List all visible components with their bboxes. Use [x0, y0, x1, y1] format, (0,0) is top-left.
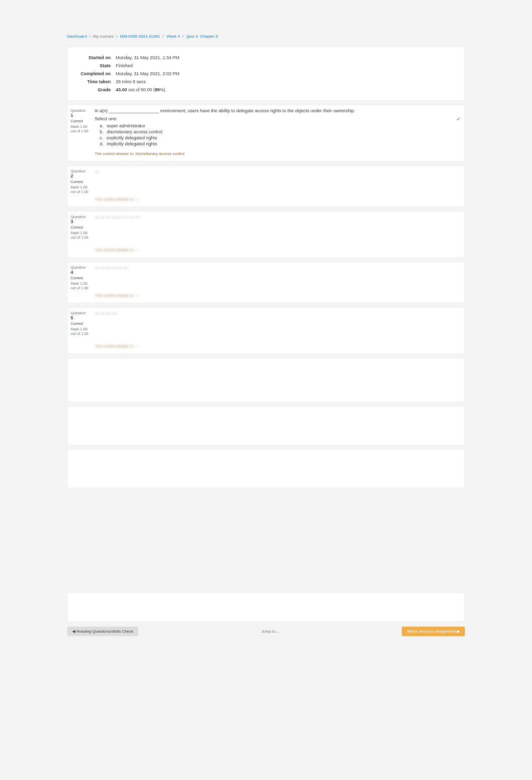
- summary-timetaken-label: Time taken: [79, 78, 113, 85]
- question-number: Question 4: [71, 265, 89, 275]
- breadcrumb: Dashboard / My courses / ISM-6305-2021-S…: [67, 30, 465, 47]
- question-text: In a(n) ____________________ environment…: [95, 108, 459, 113]
- breadcrumb-sep: /: [89, 34, 90, 39]
- question-3: Question 3 Correct Mark 1.00 out of 1.00…: [67, 211, 465, 258]
- question-status: Correct: [71, 225, 89, 230]
- next-activity-button[interactable]: Attack Analysis Assignment ▶: [402, 627, 465, 636]
- summary-timetaken-value: 28 mins 8 secs: [114, 78, 453, 85]
- question-1: Question 1 Correct Mark 1.00 out of 1.00…: [67, 105, 465, 161]
- question-5: Question 5 Correct Mark 1.00 out of 1.00…: [67, 307, 465, 354]
- question-mark: Mark 1.00 out of 1.00: [71, 185, 89, 194]
- summary-started-label: Started on: [79, 54, 113, 61]
- summary-grade-label: Grade: [79, 86, 113, 93]
- correct-answer: The correct answer is: —: [95, 248, 459, 252]
- question-text: — — — —: [95, 311, 459, 316]
- question-mark: Mark 1.00 out of 1.00: [71, 281, 89, 290]
- breadcrumb-sep: /: [182, 34, 183, 39]
- question-mark: Mark 1.00 out of 1.00: [71, 231, 89, 240]
- breadcrumb-week[interactable]: Week 4: [166, 34, 180, 39]
- breadcrumb-quiz[interactable]: Quiz 4: Chapter 8: [186, 34, 218, 39]
- summary-started-value: Monday, 31 May 2021, 1:34 PM: [114, 54, 453, 61]
- summary-completed-value: Monday, 31 May 2021, 2:02 PM: [114, 70, 453, 77]
- question-4: Question 4 Correct Mark 1.00 out of 1.00…: [67, 262, 465, 303]
- question-text: — — — — — —: [95, 265, 459, 270]
- option-c[interactable]: c.explicitly delegated rights: [100, 135, 459, 140]
- quiz-nav: ◀ Reading Questions/Skills Check Jump to…: [67, 627, 465, 636]
- breadcrumb-sep: /: [163, 34, 164, 39]
- question-number: Question 3: [71, 215, 89, 224]
- question-7: [67, 406, 465, 445]
- option-b[interactable]: b.discretionary access control: [100, 129, 459, 134]
- breadcrumb-mycourses: My courses: [93, 34, 114, 39]
- question-mark: Mark 1.00 out of 1.00: [71, 327, 89, 336]
- question-last: [67, 593, 465, 622]
- question-status: Correct: [71, 276, 89, 280]
- question-text: — — — — — — — —: [95, 215, 459, 220]
- summary-grade-value: 43.00 out of 50.00 (86%): [114, 86, 453, 93]
- question-number: Question 2: [71, 169, 89, 178]
- option-d[interactable]: d.implicitly delegated rights: [100, 141, 459, 146]
- question-number: Question 1: [71, 108, 89, 118]
- question-number: Question 5: [71, 311, 89, 320]
- question-text: —: [95, 169, 459, 174]
- correct-answer: The correct answer is: —: [95, 197, 459, 202]
- select-one-label: Select one:: [95, 116, 459, 121]
- prev-activity-button[interactable]: ◀ Reading Questions/Skills Check: [67, 627, 138, 636]
- correct-answer: The correct answer is: —: [95, 293, 459, 298]
- question-mark: Mark 1.00 out of 1.00: [71, 124, 89, 133]
- quiz-summary: Started onMonday, 31 May 2021, 1:34 PM S…: [67, 47, 465, 101]
- question-status: Correct: [71, 179, 89, 184]
- breadcrumb-course[interactable]: ISM-6305-2021-SUM1: [120, 34, 160, 39]
- breadcrumb-sep: /: [116, 34, 117, 39]
- summary-state-label: State: [79, 62, 113, 69]
- correct-answer: The correct answer is: discretionary acc…: [95, 151, 459, 156]
- question-status: Correct: [71, 321, 89, 326]
- summary-state-value: Finished: [114, 62, 453, 69]
- summary-completed-label: Completed on: [79, 70, 113, 77]
- check-icon: ✔: [456, 116, 460, 122]
- question-6: [67, 358, 465, 402]
- breadcrumb-dashboard[interactable]: Dashboard: [67, 34, 87, 39]
- option-a[interactable]: a.super administrator: [100, 123, 459, 128]
- question-8: [67, 449, 465, 488]
- correct-answer: The correct answer is: —: [95, 344, 459, 348]
- question-2: Question 2 Correct Mark 1.00 out of 1.00…: [67, 165, 465, 207]
- question-status: Correct: [71, 119, 89, 123]
- jump-to-select[interactable]: Jump to...: [261, 629, 279, 634]
